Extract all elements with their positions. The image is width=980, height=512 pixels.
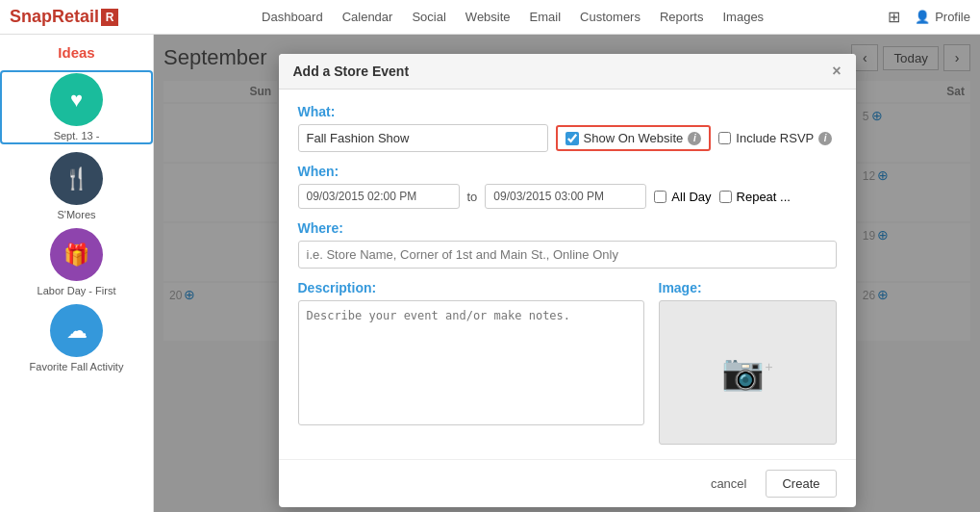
description-label: Description:: [298, 280, 644, 295]
nav-images[interactable]: Images: [722, 6, 764, 28]
dialog-title: Add a Store Event: [293, 64, 410, 79]
nav-items: Dashboard Calendar Social Website Email …: [138, 6, 888, 28]
grid-icon[interactable]: ⊞: [888, 8, 900, 26]
camera-icon: 📷+: [721, 352, 772, 393]
desc-image-row: Description: Image: 📷+: [298, 280, 837, 445]
create-button[interactable]: Create: [766, 470, 836, 498]
nav-social[interactable]: Social: [412, 6, 445, 28]
repeat-checkbox[interactable]: [719, 191, 732, 203]
sidebar-circle-2: 🎁: [50, 228, 103, 281]
what-row: What: Show On Website i: [298, 104, 837, 152]
include-rsvp-info-icon[interactable]: i: [818, 132, 832, 145]
when-label: When:: [298, 164, 837, 179]
cancel-button[interactable]: cancel: [701, 470, 757, 498]
when-row: When: to All Day Repeat ...: [298, 164, 837, 209]
nav-dashboard[interactable]: Dashboard: [262, 6, 323, 28]
sidebar-circle-1: 🍴: [50, 152, 103, 205]
image-section: Image: 📷+: [659, 280, 837, 445]
show-on-website-info-icon[interactable]: i: [688, 132, 701, 145]
nav-calendar[interactable]: Calendar: [342, 6, 393, 28]
profile-icon: 👤: [915, 10, 930, 24]
nav-email[interactable]: Email: [530, 6, 562, 28]
sidebar-label-3: Favorite Fall Activity: [30, 361, 124, 372]
include-rsvp-group: Include RSVP i: [718, 131, 832, 145]
sidebar-label-2: Labor Day - First: [38, 285, 116, 296]
date-from-input[interactable]: [298, 184, 460, 209]
sidebar-label-0: Sept. 13 -: [54, 130, 100, 141]
include-rsvp-label: Include RSVP: [736, 131, 814, 145]
logo-icon: R: [101, 9, 118, 26]
sidebar-icon-1: 🍴: [63, 166, 89, 192]
dialog-body: What: Show On Website i: [279, 90, 856, 459]
main-content: Ideas ♥ Sept. 13 - 🍴 S'Mores 🎁 Labor Day…: [0, 35, 980, 512]
nav-right: ⊞ 👤 Profile: [888, 8, 970, 26]
sidebar-item-2[interactable]: 🎁 Labor Day - First: [0, 228, 153, 296]
nav-website[interactable]: Website: [465, 6, 511, 28]
sidebar-title: Ideas: [0, 44, 153, 61]
top-nav: SnapRetailR Dashboard Calendar Social We…: [0, 0, 980, 35]
include-rsvp-checkbox[interactable]: [718, 132, 731, 144]
dialog-footer: cancel Create: [279, 459, 856, 507]
sidebar-icon-2: 🎁: [63, 243, 89, 268]
sidebar-icon-0: ♥: [70, 88, 83, 113]
where-input[interactable]: [298, 241, 837, 269]
calendar-area: September ‹ Today › Sun Mon Tue Wed Thu …: [154, 35, 980, 512]
when-inline: to All Day Repeat ...: [298, 184, 837, 209]
what-input[interactable]: [298, 124, 548, 152]
nav-reports[interactable]: Reports: [660, 6, 704, 28]
show-on-website-checkbox[interactable]: [565, 132, 579, 145]
sidebar-circle-0: ♥: [50, 73, 103, 126]
dialog-header: Add a Store Event ×: [279, 54, 856, 90]
sidebar-item-1[interactable]: 🍴 S'Mores: [0, 152, 153, 220]
nav-customers[interactable]: Customers: [580, 6, 641, 28]
sidebar-item-0[interactable]: ♥ Sept. 13 -: [0, 70, 153, 144]
image-upload-area[interactable]: 📷+: [659, 300, 837, 445]
what-label: What:: [298, 104, 837, 119]
sidebar-icon-3: ☁: [66, 319, 88, 344]
dialog-close-button[interactable]: ×: [832, 64, 841, 79]
where-label: Where:: [298, 220, 837, 236]
dialog: Add a Store Event × What: Show On We: [279, 54, 856, 507]
description-textarea[interactable]: [298, 300, 644, 425]
all-day-group: All Day: [654, 190, 711, 204]
sidebar: Ideas ♥ Sept. 13 - 🍴 S'Mores 🎁 Labor Day…: [0, 35, 154, 512]
sidebar-circle-3: ☁: [50, 304, 103, 357]
sidebar-label-1: S'Mores: [58, 209, 96, 220]
sidebar-item-3[interactable]: ☁ Favorite Fall Activity: [0, 304, 153, 372]
image-label: Image:: [659, 280, 837, 295]
logo-text: SnapRetail: [10, 7, 99, 27]
profile-button[interactable]: 👤 Profile: [915, 10, 970, 24]
where-row: Where:: [298, 220, 837, 269]
to-label: to: [467, 190, 478, 204]
description-section: Description:: [298, 280, 644, 445]
what-inline: Show On Website i Include RSVP i: [298, 124, 837, 152]
show-on-website-label: Show On Website: [584, 131, 684, 145]
modal-overlay: Add a Store Event × What: Show On We: [154, 35, 980, 512]
profile-label: Profile: [935, 10, 970, 24]
all-day-label: All Day: [671, 190, 711, 204]
all-day-checkbox[interactable]: [654, 191, 666, 203]
date-to-input[interactable]: [485, 184, 646, 209]
repeat-group: Repeat ...: [719, 190, 791, 204]
show-on-website-box: Show On Website i: [556, 125, 712, 151]
app-logo[interactable]: SnapRetailR: [10, 7, 118, 27]
repeat-label: Repeat ...: [737, 190, 791, 204]
